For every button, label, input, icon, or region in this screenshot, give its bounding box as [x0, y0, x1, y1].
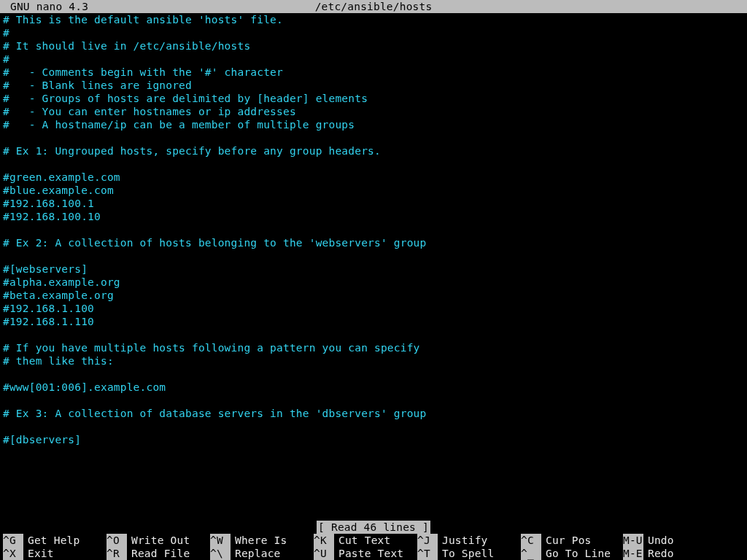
- editor-line[interactable]: #alpha.example.org: [3, 276, 744, 289]
- editor-line[interactable]: # - A hostname/ip can be a member of mul…: [3, 118, 744, 131]
- editor-line[interactable]: # This is the default ansible 'hosts' fi…: [3, 13, 744, 26]
- shortcut-exit[interactable]: ^XExit: [0, 547, 104, 560]
- status-bar: [ Read 46 lines ]: [0, 521, 747, 534]
- shortcut-bar: ^GGet Help^OWrite Out^WWhere Is^KCut Tex…: [0, 534, 747, 560]
- shortcut-cur-pos[interactable]: ^CCur Pos: [518, 534, 620, 547]
- shortcut-key: ^T: [417, 547, 438, 560]
- editor-line[interactable]: #192.168.100.10: [3, 210, 744, 223]
- shortcut-label: Where Is: [231, 534, 287, 547]
- editor-line[interactable]: [3, 368, 744, 381]
- app-title: GNU nano 4.3: [0, 0, 88, 13]
- shortcut-label: Justify: [438, 534, 488, 547]
- shortcut-key: ^J: [417, 534, 438, 547]
- shortcut-key: ^X: [3, 547, 23, 560]
- editor-line[interactable]: # - You can enter hostnames or ip addres…: [3, 105, 744, 118]
- shortcut-label: Replace: [231, 547, 281, 560]
- shortcut-key: ^W: [210, 534, 231, 547]
- shortcut-label: Write Out: [127, 534, 190, 547]
- editor-line[interactable]: #www[001:006].example.com: [3, 381, 744, 394]
- editor-line[interactable]: [3, 249, 744, 262]
- shortcut-justify[interactable]: ^JJustify: [414, 534, 518, 547]
- editor-line[interactable]: #blue.example.com: [3, 184, 744, 197]
- shortcut-key: ^U: [314, 547, 334, 560]
- editor-line[interactable]: [3, 158, 744, 171]
- shortcut-where-is[interactable]: ^WWhere Is: [207, 534, 311, 547]
- file-path: /etc/ansible/hosts: [0, 0, 747, 13]
- shortcut-key: ^C: [521, 534, 541, 547]
- shortcut-key: M-E: [623, 547, 643, 560]
- editor-line[interactable]: #beta.example.org: [3, 289, 744, 302]
- nano-screen: GNU nano 4.3 /etc/ansible/hosts # This i…: [0, 0, 747, 560]
- editor-area[interactable]: # This is the default ansible 'hosts' fi…: [0, 13, 747, 521]
- shortcut-key: ^\: [210, 547, 231, 560]
- editor-line[interactable]: [3, 328, 744, 341]
- shortcut-label: Get Help: [23, 534, 80, 547]
- shortcut-replace[interactable]: ^\Replace: [207, 547, 311, 560]
- editor-line[interactable]: #[webservers]: [3, 262, 744, 276]
- shortcut-label: Go To Line: [541, 547, 611, 560]
- editor-line[interactable]: # Ex 2: A collection of hosts belonging …: [3, 236, 744, 249]
- shortcut-label: Undo: [643, 534, 674, 547]
- editor-line[interactable]: # Ex 1: Ungrouped hosts, specify before …: [3, 144, 744, 158]
- shortcut-label: Read File: [127, 547, 190, 560]
- shortcut-redo[interactable]: M-ERedo: [620, 547, 744, 560]
- shortcut-label: Paste Text: [334, 547, 403, 560]
- status-text: [ Read 46 lines ]: [317, 521, 430, 534]
- shortcut-key: ^R: [107, 547, 127, 560]
- editor-line[interactable]: [3, 446, 744, 459]
- shortcut-key: ^K: [314, 534, 334, 547]
- editor-line[interactable]: [3, 223, 744, 236]
- shortcut-cut-text[interactable]: ^KCut Text: [311, 534, 414, 547]
- shortcut-go-to-line[interactable]: ^_Go To Line: [518, 547, 620, 560]
- editor-line[interactable]: #: [3, 52, 744, 66]
- editor-line[interactable]: # - Groups of hosts are delimited by [he…: [3, 92, 744, 105]
- editor-line[interactable]: # - Blank lines are ignored: [3, 79, 744, 92]
- editor-line[interactable]: #192.168.1.100: [3, 302, 744, 315]
- shortcut-label: Exit: [23, 547, 54, 560]
- shortcut-key: M-U: [623, 534, 643, 547]
- shortcut-undo[interactable]: M-UUndo: [620, 534, 744, 547]
- editor-line[interactable]: #green.example.com: [3, 171, 744, 184]
- editor-line[interactable]: # them like this:: [3, 354, 744, 368]
- shortcut-label: Redo: [643, 547, 674, 560]
- editor-line[interactable]: [3, 394, 744, 407]
- editor-line[interactable]: [3, 131, 744, 144]
- shortcut-write-out[interactable]: ^OWrite Out: [104, 534, 207, 547]
- editor-line[interactable]: # Ex 3: A collection of database servers…: [3, 407, 744, 420]
- editor-line[interactable]: #: [3, 26, 744, 39]
- editor-line[interactable]: # - Comments begin with the '#' characte…: [3, 66, 744, 79]
- editor-line[interactable]: #192.168.100.1: [3, 197, 744, 210]
- shortcut-paste-text[interactable]: ^UPaste Text: [311, 547, 414, 560]
- editor-line[interactable]: [3, 420, 744, 433]
- shortcut-label: Cur Pos: [541, 534, 592, 547]
- editor-line[interactable]: #[dbservers]: [3, 433, 744, 446]
- shortcut-key: ^G: [3, 534, 23, 547]
- shortcut-get-help[interactable]: ^GGet Help: [0, 534, 104, 547]
- titlebar: GNU nano 4.3 /etc/ansible/hosts: [0, 0, 747, 13]
- shortcut-label: Cut Text: [334, 534, 390, 547]
- shortcut-row-1: ^GGet Help^OWrite Out^WWhere Is^KCut Tex…: [0, 534, 747, 547]
- shortcut-label: To Spell: [438, 547, 494, 560]
- shortcut-read-file[interactable]: ^RRead File: [104, 547, 207, 560]
- shortcut-to-spell[interactable]: ^TTo Spell: [414, 547, 518, 560]
- editor-line[interactable]: # It should live in /etc/ansible/hosts: [3, 39, 744, 52]
- shortcut-key: ^O: [107, 534, 127, 547]
- shortcut-row-2: ^XExit^RRead File^\Replace^UPaste Text^T…: [0, 547, 747, 560]
- editor-line[interactable]: # If you have multiple hosts following a…: [3, 341, 744, 354]
- editor-line[interactable]: #192.168.1.110: [3, 315, 744, 328]
- shortcut-key: ^_: [521, 547, 541, 560]
